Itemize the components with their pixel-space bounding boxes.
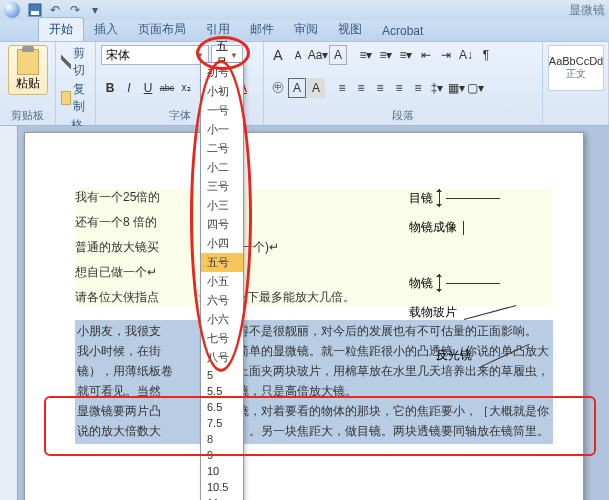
size-option[interactable]: 10.5 — [201, 479, 243, 495]
sel-6a: 说的放大倍数大 — [77, 424, 161, 438]
tab-1[interactable]: 插入 — [84, 18, 128, 41]
clipboard-icon — [17, 49, 39, 75]
document-page[interactable]: 我有一个25倍的 还有一个8 倍的镜 普通的放大镜买(元一个)↵ 想自已做一个↵… — [24, 132, 584, 500]
sel-3a: 镜），用薄纸板卷 — [77, 364, 173, 378]
microscope-diagram: 目镜 物镜成像 物镜 载物玻片 反光镜 — [409, 189, 559, 376]
size-option[interactable]: 小五 — [201, 272, 243, 291]
size-option[interactable]: 七号 — [201, 329, 243, 348]
style-name: 正文 — [566, 67, 586, 81]
size-option[interactable]: 八号 — [201, 348, 243, 367]
numbering-button[interactable]: ≡▾ — [377, 45, 395, 65]
size-option[interactable]: 7.5 — [201, 415, 243, 431]
change-case-button[interactable]: Aa▾ — [309, 45, 327, 65]
font-size-dropdown[interactable]: 初号小初一号小一二号小二三号小三四号小四五号小五六号小六七号八号55.56.57… — [200, 62, 244, 500]
para-1: 我有一个25倍的 — [75, 190, 160, 204]
size-option[interactable]: 小初 — [201, 82, 243, 101]
para-3a: 普通的放大镜买 — [75, 240, 159, 254]
borders-button[interactable]: ▢▾ — [466, 78, 484, 98]
align-distribute-button[interactable]: ≡ — [409, 78, 427, 98]
indent-dec-button[interactable]: ⇤ — [417, 45, 435, 65]
shrink-font-button[interactable]: A — [289, 45, 307, 65]
tab-7[interactable]: Acrobat — [372, 21, 433, 41]
size-option[interactable]: 二号 — [201, 139, 243, 158]
char-shading-button[interactable]: A — [307, 78, 325, 98]
size-option[interactable]: 小一 — [201, 120, 243, 139]
phonetic-button[interactable]: ㊥ — [269, 78, 287, 98]
cut-button[interactable]: 剪切 — [61, 45, 90, 79]
sel-5b: 个叫物镜，对着要看的物体的那块，它的焦距要小，［大概就是你 — [201, 404, 549, 418]
underline-button[interactable]: U — [139, 78, 157, 98]
sel-5a: 显微镜要两片凸 — [77, 404, 161, 418]
para-4: 想自已做一个↵ — [75, 265, 157, 279]
size-option[interactable]: 小四 — [201, 234, 243, 253]
indent-inc-button[interactable]: ⇥ — [437, 45, 455, 65]
sel-4a: 就可看见。当然 — [77, 384, 161, 398]
diagram-eyepiece-label: 目镜 — [409, 190, 433, 207]
italic-button[interactable]: I — [120, 78, 138, 98]
size-option[interactable]: 小三 — [201, 196, 243, 215]
font-family-value: 宋体 — [106, 47, 130, 64]
office-orb[interactable] — [4, 2, 20, 18]
strike-button[interactable]: abc — [158, 78, 176, 98]
size-option[interactable]: 10 — [201, 463, 243, 479]
size-option[interactable]: 初号 — [201, 63, 243, 82]
size-option[interactable]: 小二 — [201, 158, 243, 177]
sel-2a: 我小时候，在街 — [77, 344, 161, 358]
sel-6b: 焦距小］。另一块焦距大，做目镜。两块透镜要同轴放在镜筒里。 — [201, 424, 549, 438]
group-paragraph-label: 段落 — [269, 107, 537, 124]
bullets-button[interactable]: ≡▾ — [357, 45, 375, 65]
align-left-button[interactable]: ≡ — [333, 78, 351, 98]
tab-6[interactable]: 视图 — [328, 18, 372, 41]
style-preview-text: AaBbCcDd — [549, 55, 603, 67]
tab-0[interactable]: 开始 — [38, 17, 84, 41]
para-5a: 请各位大侠指点 — [75, 290, 159, 304]
size-option[interactable]: 6.5 — [201, 399, 243, 415]
subscript-button[interactable]: x₂ — [177, 78, 195, 98]
size-option[interactable]: 三号 — [201, 177, 243, 196]
size-option[interactable]: 六号 — [201, 291, 243, 310]
show-marks-button[interactable]: ¶ — [477, 45, 495, 65]
copy-label: 复制 — [73, 81, 90, 115]
chevron-down-icon: ▼ — [230, 51, 238, 60]
tab-5[interactable]: 审阅 — [284, 18, 328, 41]
size-option[interactable]: 8 — [201, 431, 243, 447]
qat-more-icon[interactable]: ▾ — [86, 1, 104, 19]
tab-2[interactable]: 页面布局 — [128, 18, 196, 41]
paste-button[interactable]: 粘贴 — [8, 45, 48, 95]
group-styles-label — [548, 122, 603, 124]
align-right-button[interactable]: ≡ — [371, 78, 389, 98]
shading-button[interactable]: ▦▾ — [447, 78, 465, 98]
align-center-button[interactable]: ≡ — [352, 78, 370, 98]
size-option[interactable]: 5 — [201, 367, 243, 383]
svg-rect-1 — [31, 11, 39, 15]
font-family-select[interactable]: 宋体▼ — [101, 45, 209, 65]
diagram-objective-label: 物镜 — [409, 275, 433, 292]
size-option[interactable]: 一号 — [201, 101, 243, 120]
size-option[interactable]: 9 — [201, 447, 243, 463]
size-option[interactable]: 5.5 — [201, 383, 243, 399]
diagram-slide-label: 载物玻片 — [409, 304, 457, 321]
chevron-down-icon: ▼ — [196, 51, 204, 60]
clear-format-button[interactable]: A — [329, 45, 347, 65]
bold-button[interactable]: B — [101, 78, 119, 98]
sel-1a: 小朋友，我很支 — [77, 324, 161, 338]
vertical-ruler[interactable] — [0, 126, 18, 500]
multilevel-button[interactable]: ≡▾ — [397, 45, 415, 65]
diagram-image-label: 物镜成像 — [409, 219, 457, 236]
size-option[interactable]: 四号 — [201, 215, 243, 234]
size-option[interactable]: 五号 — [201, 253, 243, 272]
cut-label: 剪切 — [73, 45, 90, 79]
style-normal[interactable]: AaBbCcDd 正文 — [548, 45, 604, 91]
scissors-icon — [61, 55, 71, 69]
group-clipboard-label: 剪贴板 — [5, 107, 50, 124]
tab-4[interactable]: 邮件 — [240, 18, 284, 41]
line-spacing-button[interactable]: ‡▾ — [428, 78, 446, 98]
size-option[interactable]: 小六 — [201, 310, 243, 329]
diagram-mirror-label: 反光镜 — [436, 347, 472, 364]
grow-font-button[interactable]: A — [269, 45, 287, 65]
align-justify-button[interactable]: ≡ — [390, 78, 408, 98]
sort-button[interactable]: A↓ — [457, 45, 475, 65]
char-border-button[interactable]: A — [288, 78, 306, 98]
copy-button[interactable]: 复制 — [61, 81, 90, 115]
size-option[interactable]: 11 — [201, 495, 243, 500]
